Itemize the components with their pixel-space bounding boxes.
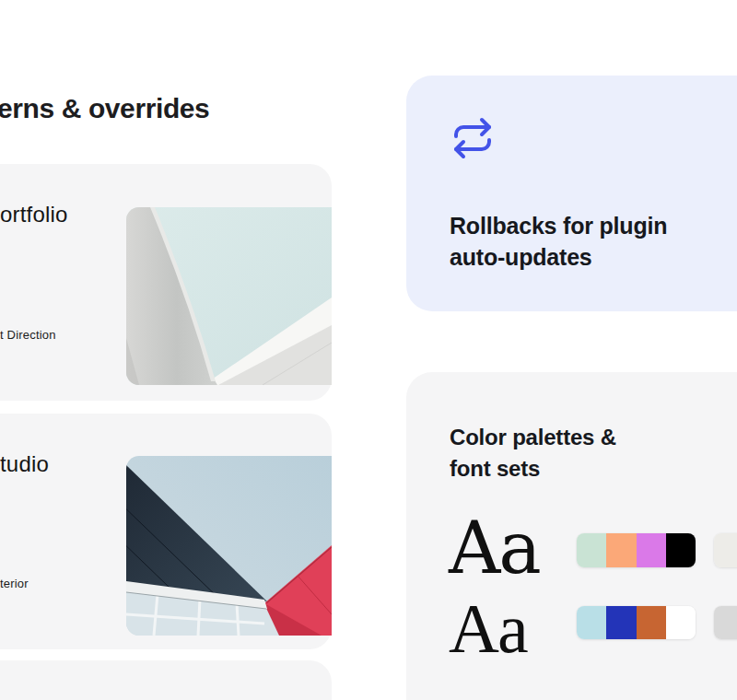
page-title: erns & overrides: [0, 94, 209, 123]
color-swatch: [637, 606, 666, 639]
studio-card-tag: terior: [0, 577, 29, 590]
portfolio-card-tag: t Direction: [0, 328, 56, 342]
color-palette-strip-partial: [714, 606, 737, 639]
abstract-architecture-image: [126, 207, 332, 385]
palettes-feature-title: Color palettes & font sets: [450, 422, 638, 484]
color-swatch: [637, 533, 666, 567]
color-swatch: [714, 606, 737, 639]
color-palette-strip-partial: [714, 533, 737, 567]
studio-card-image: [126, 456, 332, 636]
studio-card[interactable]: tudio terior: [0, 414, 332, 649]
color-palette-strip: [577, 606, 696, 639]
color-palette-strip: [577, 533, 696, 567]
font-specimen-serif-2: Aa: [449, 593, 527, 663]
page: erns & overrides ortfolio t Direction: [0, 0, 737, 700]
color-swatch: [606, 533, 636, 567]
portfolio-card-title: ortfolio: [0, 203, 68, 227]
color-swatch: [577, 533, 606, 567]
color-swatch: [666, 533, 696, 567]
color-swatch: [714, 533, 737, 567]
bottom-partial-card[interactable]: [0, 660, 332, 700]
color-swatch: [606, 606, 636, 639]
studio-card-title: tudio: [0, 452, 49, 476]
palettes-feature-card: Color palettes & font sets Aa Aa: [406, 372, 737, 700]
color-swatch: [666, 606, 696, 639]
portfolio-card[interactable]: ortfolio t Direction: [0, 164, 332, 401]
color-swatch: [577, 606, 606, 639]
rollback-feature-card: Rollbacks for plugin auto-updates: [406, 76, 737, 311]
modern-building-image: [126, 456, 332, 636]
font-specimen-serif-1: Aa: [449, 512, 540, 584]
repeat-icon: [450, 116, 495, 160]
portfolio-card-image: [126, 207, 332, 385]
rollback-feature-title: Rollbacks for plugin auto-updates: [450, 210, 703, 273]
